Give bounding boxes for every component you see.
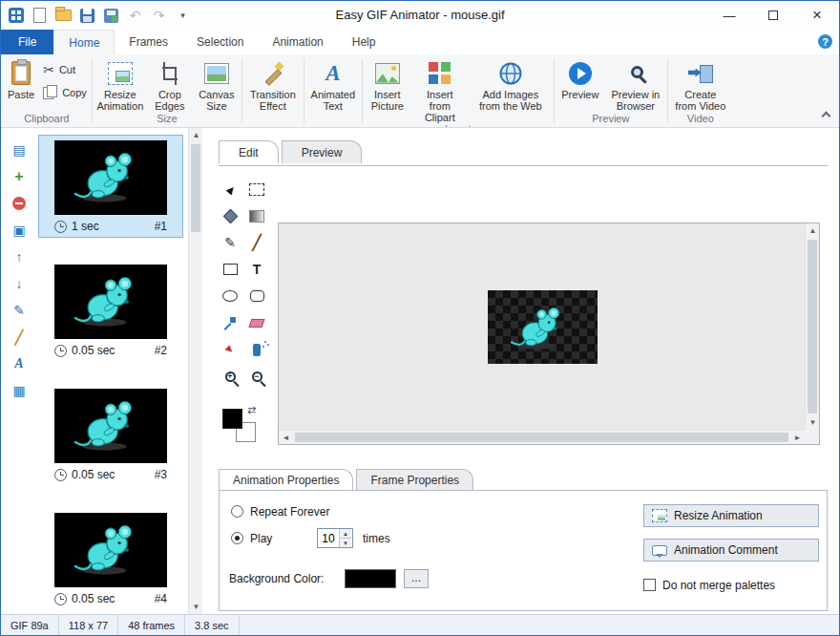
airbrush-tool-icon[interactable] (243, 336, 270, 363)
rounded-rectangle-tool-icon[interactable] (243, 283, 270, 309)
swap-colors-icon[interactable]: ⇄ (247, 404, 256, 416)
scrollbar-thumb[interactable] (295, 433, 788, 442)
tab-preview[interactable]: Preview (282, 140, 363, 163)
frame-list-scrollbar[interactable]: ▲ ▼ (188, 128, 202, 614)
redo-icon[interactable]: ↷ (148, 4, 170, 27)
add-images-from-web-button[interactable]: Add Images from the Web (469, 57, 553, 112)
frame-item-1[interactable]: 1 sec #1 (39, 136, 182, 237)
maximize-button[interactable] (751, 1, 795, 30)
crop-edges-button[interactable]: Crop Edges (147, 57, 193, 112)
canvas-h-scrollbar[interactable]: ◄ ► (279, 430, 805, 444)
scroll-up-icon[interactable]: ▲ (806, 223, 820, 238)
tab-frames[interactable]: Frames (115, 30, 182, 54)
tab-home[interactable]: Home (53, 30, 115, 54)
canvas[interactable]: ▲ ▼ ◄ ► (278, 223, 820, 445)
tab-animation[interactable]: Animation (258, 30, 337, 54)
paste-button[interactable]: Paste (3, 57, 39, 100)
resize-animation-button[interactable]: Resize Animation (94, 57, 147, 112)
tab-file[interactable]: File (1, 30, 53, 54)
eyedropper-tool-icon[interactable] (217, 309, 243, 336)
canvas-size-button[interactable]: Canvas Size (193, 57, 241, 112)
new-file-icon[interactable] (29, 4, 51, 27)
scrollbar-thumb[interactable] (808, 240, 817, 413)
repeat-forever-option[interactable]: Repeat Forever (231, 505, 329, 519)
eraser-tool-icon[interactable] (243, 309, 270, 336)
brush-tool-icon[interactable]: ╱ (243, 229, 270, 256)
create-from-video-button[interactable]: Create from Video (669, 57, 732, 112)
animation-comment-button[interactable]: Animation Comment (643, 539, 819, 562)
replace-color-tool-icon[interactable]: ► (217, 336, 243, 363)
scroll-left-icon[interactable]: ◄ (279, 431, 293, 445)
move-frame-down-icon[interactable]: ↓ (8, 273, 31, 293)
minimize-button[interactable]: — (707, 1, 751, 30)
merge-palettes-checkbox[interactable] (643, 579, 656, 591)
duplicate-frame-icon[interactable]: ▣ (8, 220, 31, 240)
frame-item-3[interactable]: 0.05 sec #3 (39, 384, 182, 485)
gif-image[interactable] (488, 290, 598, 364)
cut-button[interactable]: ✂ Cut (43, 62, 87, 77)
text-tool-icon[interactable]: T (243, 256, 270, 283)
edit-frame-icon[interactable]: ✎ (8, 300, 31, 320)
copy-button[interactable]: Copy (43, 85, 87, 99)
foreground-color-swatch[interactable] (222, 409, 242, 429)
frame-manager-icon[interactable]: ▤ (8, 139, 31, 159)
rectangle-tool-icon[interactable] (217, 256, 243, 283)
repeat-forever-radio[interactable] (231, 505, 243, 518)
tab-frame-properties[interactable]: Frame Properties (356, 469, 473, 490)
export-icon[interactable] (100, 4, 122, 27)
frame-tiles-icon[interactable]: ▦ (8, 380, 31, 400)
times-label: times (363, 532, 390, 545)
animated-text-button[interactable]: A Animated Text (305, 57, 361, 112)
play-times-input[interactable] (318, 529, 339, 547)
help-icon[interactable]: ? (818, 34, 832, 49)
save-icon[interactable] (76, 4, 98, 27)
add-frame-icon[interactable]: + (8, 166, 31, 186)
frame-effects-icon[interactable]: ╱ (8, 327, 31, 347)
video-group-label: Video (669, 113, 732, 127)
canvas-viewport[interactable] (279, 223, 805, 430)
delete-frame-icon[interactable] (8, 193, 31, 213)
spin-down-icon[interactable]: ▼ (340, 538, 351, 547)
canvas-size-icon (204, 60, 229, 86)
scroll-right-icon[interactable]: ► (790, 431, 805, 445)
transition-effect-button[interactable]: Transition Effect (243, 57, 303, 112)
scroll-down-icon[interactable]: ▼ (189, 600, 203, 614)
zoom-out-tool-icon[interactable]: − (243, 363, 270, 390)
pencil-tool-icon[interactable]: ✎ (217, 229, 243, 256)
open-file-icon[interactable] (52, 4, 74, 27)
background-color-value-swatch[interactable] (345, 569, 396, 588)
zoom-in-tool-icon[interactable]: + (217, 363, 243, 390)
play-radio[interactable] (231, 532, 243, 544)
gradient-tool-icon[interactable] (243, 202, 270, 229)
app-icon[interactable] (5, 4, 27, 27)
frame-item-2[interactable]: 0.05 sec #2 (39, 260, 182, 361)
preview-in-browser-button[interactable]: Preview in Browser (605, 57, 666, 112)
merge-palettes-option[interactable]: Do not merge palettes (643, 579, 775, 592)
frame-item-4[interactable]: 0.05 sec #4 (39, 508, 182, 609)
properties-panel: Animation Properties Frame Properties Re… (219, 469, 828, 611)
undo-icon[interactable]: ↶ (124, 4, 146, 27)
fill-tool-icon[interactable] (217, 202, 243, 229)
customize-qat-icon[interactable]: ▾ (172, 4, 194, 27)
tab-animation-properties[interactable]: Animation Properties (219, 469, 353, 490)
scrollbar-thumb[interactable] (191, 144, 200, 232)
play-option[interactable]: Play (231, 532, 272, 545)
scroll-up-icon[interactable]: ▲ (189, 128, 203, 142)
close-button[interactable]: × (795, 1, 839, 30)
spin-up-icon[interactable]: ▲ (340, 529, 351, 538)
select-tool-icon[interactable]: ► (217, 176, 243, 202)
scroll-down-icon[interactable]: ▼ (806, 415, 820, 430)
ellipse-tool-icon[interactable] (217, 283, 243, 309)
insert-from-clipart-button[interactable]: Insert from Clipart (411, 57, 469, 123)
preview-button[interactable]: Preview (556, 57, 605, 100)
insert-picture-button[interactable]: Insert Picture (364, 57, 411, 112)
resize-animation-panel-button[interactable]: Resize Animation (643, 504, 819, 527)
tab-help[interactable]: Help (338, 30, 390, 54)
choose-color-button[interactable]: ... (404, 569, 429, 588)
move-frame-up-icon[interactable]: ↑ (8, 246, 31, 266)
tab-edit[interactable]: Edit (219, 140, 279, 163)
frame-text-icon[interactable]: A (8, 353, 31, 373)
rectangular-selection-tool-icon[interactable] (243, 176, 270, 202)
canvas-v-scrollbar[interactable]: ▲ ▼ (805, 223, 819, 430)
tab-selection[interactable]: Selection (182, 30, 258, 54)
